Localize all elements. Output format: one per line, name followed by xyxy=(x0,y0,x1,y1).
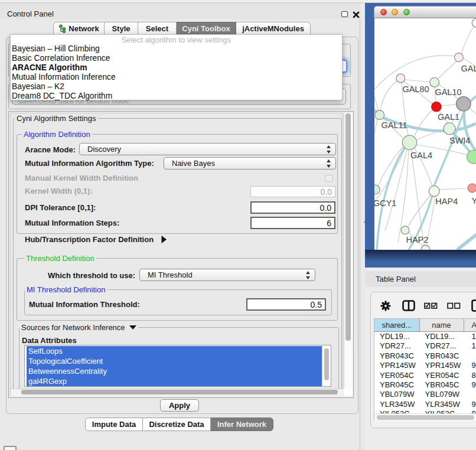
table-column-header[interactable]: A xyxy=(464,318,476,332)
list-scrollbar[interactable] xyxy=(322,345,331,386)
table-row[interactable]: YDL19...YDL19...13 xyxy=(374,332,476,341)
apply-button[interactable]: Apply xyxy=(160,399,199,412)
network-icon xyxy=(58,24,66,33)
table-header-row: shared...nameA xyxy=(374,318,476,332)
network-node-gcy1[interactable] xyxy=(374,185,380,194)
gear-icon[interactable] xyxy=(380,301,391,311)
network-node-gal11[interactable] xyxy=(375,110,384,120)
which-threshold-combobox[interactable]: MI Threshold xyxy=(139,269,315,281)
application-window: Control Panel NetworkStyleSelectCyni Too… xyxy=(0,0,476,450)
table-column-header[interactable]: name xyxy=(420,318,464,332)
dpi-tolerance-field[interactable]: 0.0 xyxy=(250,201,335,214)
table-row[interactable]: YDR27...YDR27...12 xyxy=(374,341,476,351)
table-cell: YLR345W xyxy=(374,400,420,409)
network-node-gal1[interactable] xyxy=(432,102,441,112)
table-cell: YBR043C xyxy=(420,351,464,361)
network-edge xyxy=(457,234,476,250)
table-cell: 13 xyxy=(464,332,476,341)
table-row[interactable]: YLR345WYLR345W9. xyxy=(374,400,476,409)
table-horizontal-scrollbar-thumb[interactable] xyxy=(377,415,474,420)
attribute-list-item[interactable]: gal4RGexp xyxy=(27,376,322,386)
algorithm-option[interactable]: Bayesian – Hill Climbing xyxy=(11,44,342,54)
aracne-mode-combobox[interactable]: Discovery xyxy=(79,143,336,155)
network-edge xyxy=(439,188,468,190)
table-cell: YER054C xyxy=(374,371,420,380)
network-edge xyxy=(374,119,377,133)
list-scrollbar-thumb[interactable] xyxy=(324,348,329,380)
tab-label: Network xyxy=(69,24,99,33)
algorithm-option[interactable]: Dream8 DC_TDC Algorithm xyxy=(11,92,342,101)
table-row[interactable]: YPR145WYPR145W9. xyxy=(374,361,476,370)
float-window-icon[interactable] xyxy=(341,11,348,17)
tab-select[interactable]: Select xyxy=(138,22,177,35)
table-horizontal-scrollbar[interactable] xyxy=(374,413,476,420)
tab-network[interactable]: Network xyxy=(53,22,105,35)
table-cell xyxy=(464,390,476,399)
document-icon[interactable] xyxy=(471,299,476,312)
settings-horizontal-scrollbar-thumb[interactable] xyxy=(21,390,338,394)
table-row[interactable]: YBR045CYBR045C9. xyxy=(374,380,476,390)
kernel-width-field[interactable]: 0.0 xyxy=(250,186,335,197)
attribute-list-item[interactable]: BetweennessCentrality xyxy=(27,366,322,376)
split-panel-icon[interactable] xyxy=(402,300,415,311)
close-icon[interactable] xyxy=(353,11,360,18)
tab-label: Select xyxy=(146,24,168,33)
network-edge xyxy=(374,96,379,110)
control-panel-title: Control Panel xyxy=(7,9,54,18)
network-node-hap2[interactable] xyxy=(401,226,409,234)
network-node-label: GAL11 xyxy=(382,120,407,130)
table-row[interactable]: YBR043CYBR043C xyxy=(374,351,476,361)
bottom-tab-infer-network[interactable]: Infer Network xyxy=(211,418,273,431)
settings-vertical-scrollbar-thumb[interactable] xyxy=(345,113,351,341)
algorithm-option[interactable]: Basic Correlation Inference xyxy=(11,54,342,63)
network-node-gal10[interactable] xyxy=(430,78,439,87)
attribute-list-item[interactable]: SelfLoops xyxy=(27,346,322,356)
bottom-tab-impute-data[interactable]: Impute Data xyxy=(85,418,143,431)
bottom-tabs: Impute DataDiscretize DataInfer Network xyxy=(85,418,273,431)
tab-label: Style xyxy=(112,24,130,33)
network-edge xyxy=(470,108,476,114)
algorithm-option[interactable]: Mutual Information Inference xyxy=(11,73,342,82)
network-window-titlebar[interactable] xyxy=(374,6,476,18)
hub-definition-label: Hub/Transcription Factor Definition xyxy=(25,235,154,244)
table-row[interactable]: YBL079WYBL079W xyxy=(374,390,476,399)
data-attributes-list: SelfLoopsTopologicalCoefficientBetweenne… xyxy=(24,345,331,387)
network-node-swi4[interactable] xyxy=(444,123,455,135)
tab-jactivemnodules[interactable]: jActiveMNodules xyxy=(236,22,311,35)
network-node-bottom-partial[interactable] xyxy=(421,245,430,250)
collapse-arrow-icon[interactable] xyxy=(129,325,136,330)
close-window-button[interactable] xyxy=(380,9,387,15)
network-edge xyxy=(380,81,397,110)
zoom-window-button[interactable] xyxy=(403,9,410,15)
network-node-gal4[interactable] xyxy=(402,135,416,149)
network-node-bright-green[interactable] xyxy=(467,150,476,164)
select-all-checkboxes-icon[interactable] xyxy=(424,302,438,309)
mi-steps-field[interactable]: 6 xyxy=(250,217,335,229)
network-node-top-partial[interactable] xyxy=(472,19,476,28)
network-edge xyxy=(441,105,457,106)
manual-kernel-width-checkbox[interactable] xyxy=(325,175,333,182)
minimized-window-icon[interactable] xyxy=(4,446,17,450)
attribute-list-item[interactable]: TopologicalCoefficient xyxy=(27,356,322,366)
network-node-gal10-gray[interactable] xyxy=(457,97,471,111)
expand-arrow-icon[interactable] xyxy=(161,236,167,243)
tab-cyni-toolbox[interactable]: Cyni Toolbox xyxy=(177,22,236,35)
table-row[interactable]: YER054CYER054C8. xyxy=(374,371,476,380)
deselect-all-checkboxes-icon[interactable] xyxy=(447,302,461,309)
algorithm-option[interactable]: Bayesian – K2 xyxy=(11,82,342,92)
tab-label: Cyni Toolbox xyxy=(182,24,230,33)
network-node-gal-pink[interactable] xyxy=(455,53,464,62)
network-view[interactable]: GALGAL80GAL10GAL1GAL11SWI4GAL4GCY1HAP4YH… xyxy=(374,18,476,250)
minimize-window-button[interactable] xyxy=(392,9,398,15)
table-column-header[interactable]: shared... xyxy=(374,318,420,332)
panel-divider[interactable] xyxy=(360,3,360,450)
tab-style[interactable]: Style xyxy=(105,22,138,35)
network-node-salmon[interactable] xyxy=(468,184,476,193)
network-node-label: GAL10 xyxy=(435,87,461,97)
mi-threshold-field[interactable]: 0.5 xyxy=(246,298,326,311)
algorithm-option[interactable]: ARACNE Algorithm xyxy=(11,63,342,73)
network-node-gal80[interactable] xyxy=(396,74,405,83)
network-node-hap4[interactable] xyxy=(429,186,439,197)
mi-algorithm-type-combobox[interactable]: Naive Bayes xyxy=(164,157,336,169)
bottom-tab-discretize-data[interactable]: Discretize Data xyxy=(143,418,211,431)
